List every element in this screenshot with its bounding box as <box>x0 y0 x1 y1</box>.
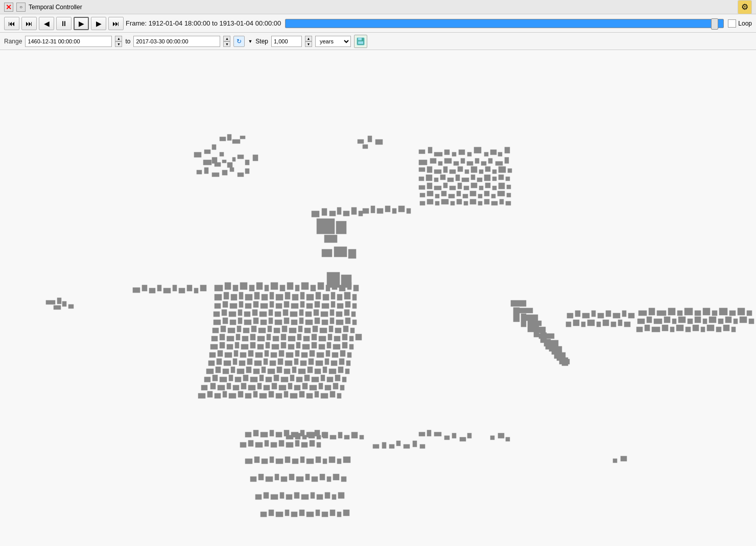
svg-rect-424 <box>276 432 282 437</box>
date-from-up[interactable]: ▲ <box>115 36 122 41</box>
svg-rect-58 <box>434 170 441 174</box>
svg-rect-155 <box>233 285 238 291</box>
svg-rect-232 <box>238 318 242 324</box>
svg-rect-93 <box>499 183 505 189</box>
svg-rect-303 <box>333 344 340 349</box>
svg-rect-528 <box>618 320 622 326</box>
svg-rect-305 <box>349 344 353 349</box>
svg-rect-277 <box>288 336 295 341</box>
loop-checkbox[interactable] <box>728 19 736 28</box>
svg-rect-519 <box>622 311 626 317</box>
svg-rect-196 <box>253 301 258 307</box>
svg-rect-123 <box>324 235 337 243</box>
svg-rect-207 <box>337 303 343 308</box>
svg-rect-180 <box>276 294 283 300</box>
svg-rect-363 <box>204 377 210 382</box>
svg-rect-176 <box>245 294 252 300</box>
svg-rect-237 <box>275 320 282 325</box>
refresh-button[interactable]: ↻ <box>233 36 245 47</box>
date-to-spinner[interactable]: ▲ ▼ <box>223 36 230 47</box>
svg-rect-487 <box>306 512 314 517</box>
step-up[interactable]: ▲ <box>305 36 312 41</box>
svg-rect-8 <box>212 145 216 150</box>
date-from-down[interactable]: ▼ <box>115 41 122 47</box>
range-dropdown-button[interactable]: ▼ <box>248 39 252 44</box>
svg-rect-333 <box>270 361 276 366</box>
svg-rect-556 <box>740 317 747 323</box>
svg-rect-166 <box>318 282 324 290</box>
svg-rect-69 <box>419 177 424 181</box>
minimize-button[interactable]: ○ <box>16 3 26 12</box>
svg-rect-190 <box>352 294 357 300</box>
svg-rect-374 <box>290 375 294 381</box>
skip-to-start-button[interactable]: ⏮ <box>4 17 19 30</box>
date-from-spinner[interactable]: ▲ ▼ <box>115 36 122 47</box>
svg-rect-26 <box>238 173 244 177</box>
svg-rect-183 <box>300 292 304 299</box>
skip-to-end-button[interactable]: ⏭ <box>108 17 124 30</box>
svg-rect-488 <box>316 510 320 516</box>
step-down[interactable]: ▼ <box>305 41 312 47</box>
timeline-thumb[interactable] <box>711 18 718 30</box>
next-frame-button[interactable]: ▶ <box>91 17 106 30</box>
svg-rect-101 <box>463 194 468 198</box>
svg-rect-51 <box>475 158 479 163</box>
svg-rect-98 <box>441 191 446 196</box>
prev-frame-button[interactable]: ◀ <box>39 17 54 30</box>
date-to-down[interactable]: ▼ <box>223 41 230 47</box>
svg-rect-456 <box>250 477 256 482</box>
svg-rect-571 <box>419 432 425 436</box>
svg-rect-352 <box>268 369 275 374</box>
play-button[interactable]: ▶ <box>74 17 89 30</box>
svg-rect-120 <box>506 201 511 205</box>
svg-rect-598 <box>322 249 332 257</box>
svg-rect-204 <box>315 301 320 307</box>
svg-rect-294 <box>266 342 270 348</box>
svg-rect-317 <box>295 350 299 357</box>
svg-rect-596 <box>327 272 340 288</box>
svg-rect-148 <box>173 285 177 291</box>
svg-rect-513 <box>575 311 580 317</box>
svg-rect-117 <box>484 199 489 204</box>
svg-rect-421 <box>253 430 258 436</box>
svg-rect-265 <box>343 326 348 332</box>
svg-rect-271 <box>242 336 248 341</box>
step-value-input[interactable] <box>271 36 302 47</box>
svg-rect-574 <box>444 436 450 440</box>
timeline-track[interactable] <box>285 19 724 28</box>
step-spinner[interactable]: ▲ ▼ <box>305 36 312 47</box>
close-button[interactable]: ✕ <box>4 3 13 12</box>
settings-button[interactable]: ⚙ <box>738 0 752 14</box>
date-from-input[interactable] <box>25 36 112 47</box>
svg-rect-370 <box>259 375 264 381</box>
unit-select[interactable]: years months days hours minutes seconds <box>315 36 351 47</box>
svg-rect-578 <box>373 444 379 448</box>
svg-rect-454 <box>337 459 341 464</box>
svg-rect-355 <box>292 367 296 373</box>
date-to-up[interactable]: ▲ <box>223 36 230 41</box>
svg-rect-586 <box>295 433 300 439</box>
svg-rect-251 <box>237 326 241 332</box>
svg-rect-600 <box>348 249 356 258</box>
pause-button[interactable]: ⏸ <box>56 17 72 30</box>
svg-rect-242 <box>315 318 320 324</box>
svg-rect-372 <box>274 375 279 381</box>
save-button[interactable] <box>354 35 367 48</box>
prev-keyframe-button[interactable]: ⏭ <box>21 17 37 30</box>
svg-rect-401 <box>198 393 205 398</box>
svg-rect-597 <box>341 275 351 288</box>
svg-rect-63 <box>471 167 477 173</box>
svg-rect-264 <box>335 328 341 333</box>
svg-rect-283 <box>334 336 340 341</box>
map-canvas[interactable] <box>0 50 756 546</box>
range-label: Range <box>4 38 22 45</box>
svg-rect-27 <box>245 169 249 174</box>
svg-rect-86 <box>450 186 456 190</box>
svg-rect-575 <box>452 433 456 438</box>
svg-rect-275 <box>273 336 279 341</box>
date-to-input[interactable] <box>133 36 220 47</box>
svg-rect-535 <box>684 308 693 315</box>
svg-rect-529 <box>624 322 630 327</box>
svg-rect-410 <box>269 391 274 397</box>
step-label: Step <box>255 38 268 45</box>
